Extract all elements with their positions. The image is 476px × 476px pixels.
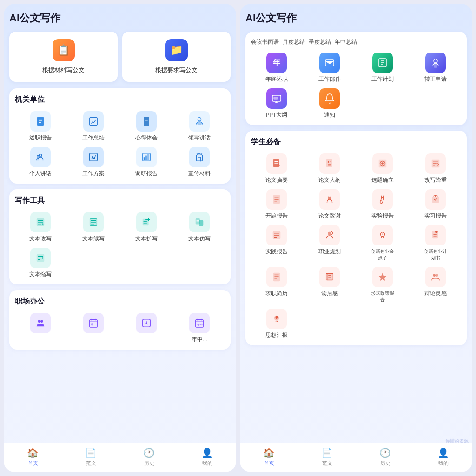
item-工作邮件[interactable]: 工作邮件 bbox=[304, 53, 355, 83]
icon-实习报告 bbox=[425, 189, 446, 210]
svg-text:年中: 年中 bbox=[197, 323, 204, 327]
item-实习报告[interactable]: 实习报告 bbox=[410, 189, 461, 219]
left-nav-history[interactable]: 🕐 历史 bbox=[120, 447, 178, 467]
item-职业规划[interactable]: 职业规划 bbox=[304, 225, 355, 261]
icon-工作邮件 bbox=[319, 53, 340, 73]
right-home-label: 首页 bbox=[264, 460, 274, 467]
item-宣传材料[interactable]: 宣传材料 bbox=[174, 147, 225, 177]
icon-职业规划 bbox=[319, 225, 340, 245]
item-选题确立[interactable]: 选题确立 bbox=[357, 153, 408, 184]
left-examples-label: 范文 bbox=[86, 460, 96, 467]
item-求职简历[interactable]: 求职简历 bbox=[251, 267, 302, 303]
icon-开题报告 bbox=[266, 189, 287, 210]
svg-rect-5 bbox=[144, 117, 149, 126]
writing-tools-grid: 文本改写 文本续写 文本扩写 bbox=[15, 212, 225, 278]
left-nav-home[interactable]: 🏠 首页 bbox=[4, 447, 62, 467]
svg-point-58 bbox=[434, 59, 437, 63]
item-工作计划[interactable]: 工作计划 bbox=[357, 53, 408, 83]
icon-辩论灵感 bbox=[425, 267, 446, 287]
svg-point-14 bbox=[93, 158, 95, 159]
icon-workplace-2 bbox=[83, 313, 104, 333]
left-page-title: AI公文写作 bbox=[9, 11, 231, 25]
right-nav-mine[interactable]: 👤 我的 bbox=[414, 447, 472, 467]
cat-quarterly[interactable]: 季度总结 bbox=[309, 38, 331, 46]
icon-workplace-4: 年中 bbox=[189, 313, 210, 333]
cat-monthly[interactable]: 月度总结 bbox=[283, 38, 305, 46]
item-工作方案[interactable]: 工作方案 bbox=[68, 147, 119, 177]
svg-point-88 bbox=[382, 233, 383, 235]
item-心得体会[interactable]: 心得体会 bbox=[121, 111, 172, 141]
icon-年终述职: 年 bbox=[266, 53, 287, 73]
item-实验报告[interactable]: 实验报告 bbox=[357, 189, 408, 219]
right-phone-content: AI公文写作 会议书面语 月度总结 季度总结 年中总结 年 年终述职 bbox=[240, 4, 472, 443]
item-实践报告[interactable]: 实践报告 bbox=[251, 225, 302, 261]
left-nav-examples[interactable]: 📄 范文 bbox=[62, 447, 120, 467]
item-形式政策报告[interactable]: 形式政策报告 bbox=[357, 267, 408, 303]
item-领导讲话[interactable]: 领导讲话 bbox=[174, 111, 225, 141]
right-phone: AI公文写作 会议书面语 月度总结 季度总结 年中总结 年 年终述职 bbox=[240, 4, 472, 472]
svg-point-40 bbox=[40, 320, 43, 323]
right-nav-history[interactable]: 🕐 历史 bbox=[356, 447, 414, 467]
left-mine-icon: 👤 bbox=[201, 447, 213, 458]
item-workplace-4[interactable]: 年中 年中... bbox=[174, 313, 225, 343]
item-年终述职[interactable]: 年 年终述职 bbox=[251, 53, 302, 83]
icon-选题确立 bbox=[372, 153, 393, 174]
left-examples-icon: 📄 bbox=[85, 447, 97, 458]
icon-求职简历 bbox=[266, 267, 287, 287]
item-转正申请[interactable]: 转正申请 bbox=[410, 53, 461, 83]
item-改写降重[interactable]: 改写降重 bbox=[410, 153, 461, 184]
icon-实验报告 bbox=[372, 189, 393, 210]
item-开题报告[interactable]: 开题报告 bbox=[251, 189, 302, 219]
banner-card-material[interactable]: 📋 根据材料写公文 bbox=[9, 32, 118, 82]
left-history-label: 历史 bbox=[144, 460, 154, 467]
item-个人讲话[interactable]: 个人讲话 bbox=[15, 147, 66, 177]
item-论文摘要[interactable]: 论文摘要 bbox=[251, 153, 302, 184]
item-workplace-1[interactable] bbox=[15, 313, 66, 343]
right-home-icon: 🏠 bbox=[263, 447, 275, 458]
svg-point-86 bbox=[328, 232, 331, 235]
icon-述职报告 bbox=[30, 111, 51, 132]
svg-rect-9 bbox=[197, 122, 201, 125]
item-工作总结[interactable]: 工作总结 bbox=[68, 111, 119, 141]
item-文本改写[interactable]: 文本改写 bbox=[15, 212, 66, 242]
right-nav-examples[interactable]: 📄 范文 bbox=[298, 447, 356, 467]
banner-icon-material: 📋 bbox=[53, 39, 75, 61]
item-通知[interactable]: 通知 bbox=[304, 88, 355, 119]
item-workplace-2[interactable] bbox=[68, 313, 119, 343]
left-nav-mine[interactable]: 👤 我的 bbox=[178, 447, 236, 467]
item-思想汇报[interactable]: 思想汇报 bbox=[251, 309, 302, 339]
item-辩论灵感[interactable]: 辩论灵感 bbox=[410, 267, 461, 303]
item-workplace-3[interactable] bbox=[121, 313, 172, 343]
icon-实践报告 bbox=[266, 225, 287, 245]
right-examples-icon: 📄 bbox=[321, 447, 333, 458]
icon-创新创业计划书 bbox=[425, 225, 446, 245]
icon-通知 bbox=[319, 88, 340, 109]
item-创新创业金点子[interactable]: 创新创业金点子 bbox=[357, 225, 408, 261]
cat-meeting[interactable]: 会议书面语 bbox=[251, 38, 279, 46]
icon-工作计划 bbox=[372, 53, 393, 73]
left-phone-content: AI公文写作 📋 根据材料写公文 📁 根据要求写公文 机关单位 bbox=[4, 4, 236, 443]
item-文本缩写[interactable]: 文本缩写 bbox=[15, 248, 66, 278]
icon-个人讲话 bbox=[30, 147, 51, 167]
item-论文致谢[interactable]: 论文致谢 bbox=[304, 189, 355, 219]
icon-读后感 bbox=[319, 267, 340, 287]
svg-rect-93 bbox=[273, 273, 280, 281]
item-述职报告[interactable]: 述职报告 bbox=[15, 111, 66, 141]
item-文本续写[interactable]: 文本续写 bbox=[68, 212, 119, 242]
item-论文大纲[interactable]: 论文大纲 bbox=[304, 153, 355, 184]
cat-midyear[interactable]: 年中总结 bbox=[335, 38, 357, 46]
item-调研报告[interactable]: 调研报告 bbox=[121, 147, 172, 177]
icon-创新创业金点子 bbox=[372, 225, 393, 245]
item-PPT大纲[interactable]: PPT大纲 bbox=[251, 88, 302, 119]
item-文本仿写[interactable]: 文本仿写 bbox=[174, 212, 225, 242]
item-创新创业计划书[interactable]: 创新创业计划书 bbox=[410, 225, 461, 261]
icon-工作方案 bbox=[83, 147, 104, 167]
item-读后感[interactable]: 读后感 bbox=[304, 267, 355, 303]
item-文本扩写[interactable]: 文本扩写 bbox=[121, 212, 172, 242]
left-home-label: 首页 bbox=[28, 460, 38, 467]
right-history-label: 历史 bbox=[380, 460, 390, 467]
category-row: 会议书面语 月度总结 季度总结 年中总结 bbox=[251, 38, 461, 46]
right-nav-home[interactable]: 🏠 首页 bbox=[240, 447, 298, 467]
banner-card-requirement[interactable]: 📁 根据要求写公文 bbox=[122, 32, 231, 82]
right-page-title: AI公文写作 bbox=[245, 11, 467, 25]
